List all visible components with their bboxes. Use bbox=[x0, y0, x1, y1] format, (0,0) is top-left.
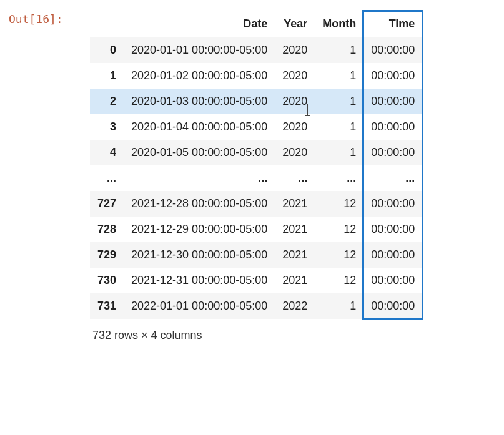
cell-year: 2021 bbox=[275, 242, 315, 268]
row-index: 727 bbox=[90, 191, 124, 217]
table-row[interactable]: 22020-01-03 00:00:00-05:002020100:00:00 bbox=[90, 89, 422, 114]
cell-month: 12 bbox=[315, 191, 363, 217]
cell-month: 1 bbox=[315, 89, 363, 114]
cell-date: 2020-01-02 00:00:00-05:00 bbox=[124, 63, 275, 89]
cell-time: 00:00:00 bbox=[363, 37, 422, 64]
cell-year: 2020 bbox=[275, 140, 315, 165]
cell-month: 1 bbox=[315, 37, 363, 64]
row-index: 731 bbox=[90, 293, 124, 319]
header-year[interactable]: Year bbox=[275, 11, 315, 37]
table-row[interactable]: 02020-01-01 00:00:00-05:002020100:00:00 bbox=[90, 37, 422, 64]
table-row[interactable]: 12020-01-02 00:00:00-05:002020100:00:00 bbox=[90, 63, 422, 89]
header-time[interactable]: Time bbox=[363, 11, 422, 37]
cell-time: 00:00:00 bbox=[363, 114, 422, 140]
cell-time: 00:00:00 bbox=[363, 191, 422, 217]
cell-time: 00:00:00 bbox=[363, 268, 422, 293]
dataframe-summary: 732 rows × 4 columns bbox=[90, 319, 422, 342]
cell-date: 2020-01-03 00:00:00-05:00 bbox=[124, 89, 275, 114]
row-index: 3 bbox=[90, 114, 124, 140]
cell-year: 2022 bbox=[275, 293, 315, 319]
table-row[interactable]: 7302021-12-31 00:00:00-05:0020211200:00:… bbox=[90, 268, 422, 293]
header-month[interactable]: Month bbox=[315, 11, 363, 37]
cell-time: 00:00:00 bbox=[363, 293, 422, 319]
cell-month: 12 bbox=[315, 268, 363, 293]
row-index: 729 bbox=[90, 242, 124, 268]
cell-time: 00:00:00 bbox=[363, 140, 422, 165]
row-index: 4 bbox=[90, 140, 124, 165]
cell-date: 2020-01-04 00:00:00-05:00 bbox=[124, 114, 275, 140]
dataframe-output: Date Year Month Time 02020-01-01 00:00:0… bbox=[90, 11, 422, 342]
cell-date: 2020-01-01 00:00:00-05:00 bbox=[124, 37, 275, 64]
table-row[interactable]: 7282021-12-29 00:00:00-05:0020211200:00:… bbox=[90, 217, 422, 242]
row-index: 0 bbox=[90, 37, 124, 64]
cell-time: 00:00:00 bbox=[363, 63, 422, 89]
cell-date: 2021-12-30 00:00:00-05:00 bbox=[124, 242, 275, 268]
cell-date: 2022-01-01 00:00:00-05:00 bbox=[124, 293, 275, 319]
cell-year: 2020 bbox=[275, 37, 315, 64]
header-date[interactable]: Date bbox=[124, 11, 275, 37]
cell-month: 12 bbox=[315, 217, 363, 242]
output-prompt: Out[16]: bbox=[0, 11, 90, 26]
table-row[interactable]: 42020-01-05 00:00:00-05:002020100:00:00 bbox=[90, 140, 422, 165]
cell-date: 2020-01-05 00:00:00-05:00 bbox=[124, 140, 275, 165]
cell-year: 2021 bbox=[275, 191, 315, 217]
cell-year: 2020 bbox=[275, 89, 315, 114]
cell-date: 2021-12-29 00:00:00-05:00 bbox=[124, 217, 275, 242]
cell-time: 00:00:00 bbox=[363, 217, 422, 242]
table-row[interactable]: 7272021-12-28 00:00:00-05:0020211200:00:… bbox=[90, 191, 422, 217]
row-index: 2 bbox=[90, 89, 124, 114]
row-index: 730 bbox=[90, 268, 124, 293]
row-index: 1 bbox=[90, 63, 124, 89]
cell-year: ... bbox=[275, 165, 315, 191]
cell-time: 00:00:00 bbox=[363, 89, 422, 114]
cell-year: 2021 bbox=[275, 268, 315, 293]
cell-month: 1 bbox=[315, 63, 363, 89]
cell-date: 2021-12-28 00:00:00-05:00 bbox=[124, 191, 275, 217]
table-row[interactable]: 7312022-01-01 00:00:00-05:002022100:00:0… bbox=[90, 293, 422, 319]
header-index-corner bbox=[90, 11, 124, 37]
cell-time: 00:00:00 bbox=[363, 242, 422, 268]
table-row[interactable]: 7292021-12-30 00:00:00-05:0020211200:00:… bbox=[90, 242, 422, 268]
cell-time: ... bbox=[363, 165, 422, 191]
cell-month: 1 bbox=[315, 140, 363, 165]
cell-year: 2020 bbox=[275, 114, 315, 140]
row-index: 728 bbox=[90, 217, 124, 242]
header-row: Date Year Month Time bbox=[90, 11, 422, 37]
row-index: ... bbox=[90, 165, 124, 191]
cell-month: 1 bbox=[315, 114, 363, 140]
table-row[interactable]: 32020-01-04 00:00:00-05:002020100:00:00 bbox=[90, 114, 422, 140]
cell-year: 2021 bbox=[275, 217, 315, 242]
ellipsis-row[interactable]: ............... bbox=[90, 165, 422, 191]
cell-date: ... bbox=[124, 165, 275, 191]
cell-date: 2021-12-31 00:00:00-05:00 bbox=[124, 268, 275, 293]
dataframe-table[interactable]: Date Year Month Time 02020-01-01 00:00:0… bbox=[90, 11, 422, 319]
cell-month: 12 bbox=[315, 242, 363, 268]
cell-month: ... bbox=[315, 165, 363, 191]
cell-month: 1 bbox=[315, 293, 363, 319]
cell-year: 2020 bbox=[275, 63, 315, 89]
